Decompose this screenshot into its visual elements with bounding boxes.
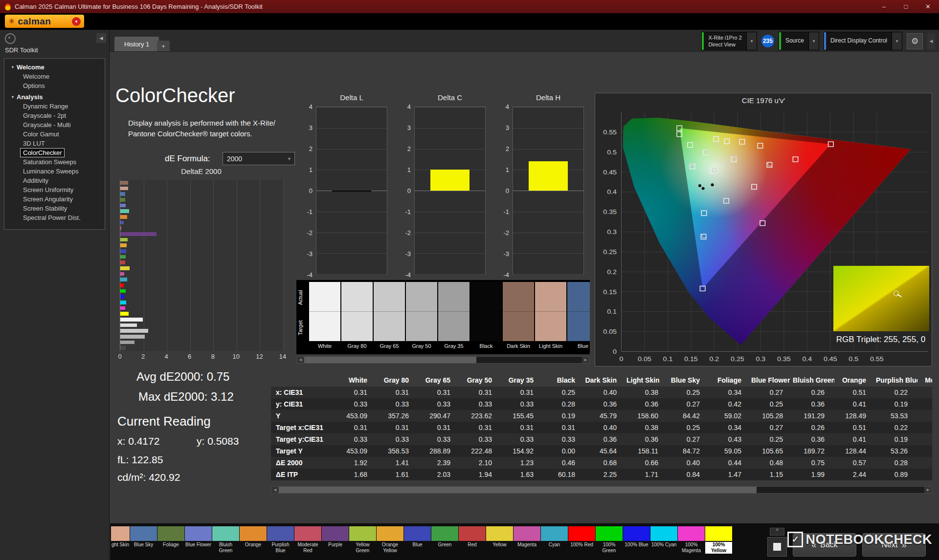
- sidebar-item-welcome[interactable]: Welcome: [4, 72, 105, 81]
- deltae-bar-yellow-green: [120, 238, 128, 241]
- close-button[interactable]: ✕: [917, 0, 939, 13]
- pattern-window-button[interactable]: [767, 537, 787, 557]
- sidebar-item-screen-stability[interactable]: Screen Stability: [4, 204, 105, 213]
- current-reading-y: y: 0.5083: [197, 435, 239, 447]
- svg-text:0.5: 0.5: [849, 355, 858, 363]
- axis-tick-label: 0: [309, 187, 313, 194]
- scroll-left-icon[interactable]: ◄: [297, 357, 304, 363]
- scrollbar-thumb[interactable]: [304, 357, 476, 363]
- patch-button-100-cyan[interactable]: 100% Cyan: [650, 523, 677, 554]
- deltae-bar-100-cyan: [120, 301, 126, 304]
- target-swatch: [567, 311, 590, 341]
- swatch-strip-scrollbar[interactable]: ◄ ►: [296, 356, 590, 364]
- patch-button-blue-flower[interactable]: Blue Flower: [185, 523, 212, 554]
- scrollbar-thumb[interactable]: [279, 487, 757, 493]
- minimize-button[interactable]: –: [873, 0, 895, 13]
- cell: 59.02: [710, 410, 751, 422]
- sidebar-item-grayscale-multi[interactable]: Grayscale - Multi: [4, 120, 105, 129]
- cell: 128.49: [834, 410, 876, 422]
- scroll-left-icon[interactable]: ◄: [271, 487, 279, 493]
- patch-button-cyan[interactable]: Cyan: [541, 523, 568, 554]
- sidebar-item-screen-angularity[interactable]: Screen Angularity: [4, 194, 105, 204]
- sidebar-item-label: Grayscale - Multi: [21, 121, 73, 129]
- gridline: [316, 233, 387, 233]
- tab-history-1[interactable]: History 1: [114, 37, 159, 51]
- delta-h-chart: Delta H 43210-1-2-3-4: [501, 107, 584, 275]
- patch-button-foliage[interactable]: Foliage: [157, 523, 184, 554]
- patch-button-100-yellow[interactable]: 100% Yellow: [705, 523, 732, 554]
- maximize-button[interactable]: □: [895, 0, 917, 13]
- sidebar-item-3d-lut[interactable]: 3D LUT: [4, 139, 105, 148]
- scroll-right-icon[interactable]: ►: [582, 357, 589, 363]
- meter-dropdown[interactable]: X-Rite i1Pro 2 Direct View ▾: [701, 32, 757, 50]
- sidebar-item-spectral-power-dist[interactable]: Spectral Power Dist.: [4, 213, 105, 222]
- sidebar-item-options[interactable]: Options: [4, 81, 105, 90]
- scroll-right-icon[interactable]: ►: [924, 487, 932, 493]
- tree-section-analysis[interactable]: ▾Analysis: [4, 90, 105, 102]
- column-header-dark-skin: Dark Skin: [585, 374, 626, 387]
- patch-button-bluish-green[interactable]: Bluish Green: [212, 523, 239, 554]
- scrollbar-track[interactable]: [304, 357, 582, 363]
- add-tab-button[interactable]: +: [157, 41, 170, 51]
- patch-button-green[interactable]: Green: [431, 523, 458, 554]
- sidebar-item-colorchecker[interactable]: ColorChecker: [4, 148, 105, 157]
- sidebar-item-color-gamut[interactable]: Color Gamut: [4, 129, 105, 139]
- tree-section-welcome[interactable]: ▾Welcome: [4, 61, 105, 72]
- swatch-column-light-skin: Light Skin: [535, 282, 566, 354]
- cell: 0.00: [543, 445, 585, 457]
- watermark-text: NOTEBOOKCHECK: [805, 532, 932, 547]
- scrollbar-track[interactable]: [279, 487, 924, 493]
- patch-button-magenta[interactable]: Magenta: [514, 523, 540, 554]
- patch-button-orange-yellow[interactable]: Orange Yellow: [377, 523, 403, 554]
- cell: 0.19: [876, 398, 917, 410]
- patch-button-purple[interactable]: Purple: [322, 523, 349, 554]
- patch-button-blue-sky[interactable]: Blue Sky: [130, 523, 157, 554]
- calman-logo-menu[interactable]: ✳ calman ▾: [5, 15, 84, 28]
- sidebar-item-luminance-sweeps[interactable]: Luminance Sweeps: [4, 167, 105, 176]
- patch-button-yellow[interactable]: Yellow: [486, 523, 513, 554]
- collapse-panel-icon[interactable]: ◀: [927, 33, 935, 49]
- sidebar-item-screen-uniformity[interactable]: Screen Uniformity: [4, 185, 105, 194]
- deltae-bar-light-skin: [120, 187, 128, 190]
- cell: 0.36: [626, 433, 668, 445]
- deltae-bar-moderate-red: [120, 226, 121, 230]
- patch-button-orange[interactable]: Orange: [240, 523, 267, 554]
- source-dropdown[interactable]: Source ▾: [779, 32, 819, 50]
- sidebar-item-saturation-sweeps[interactable]: Saturation Sweeps: [4, 157, 105, 167]
- patch-label: 100% Green: [596, 542, 623, 554]
- cell: 0.40: [585, 422, 626, 433]
- collapse-bar-button[interactable]: ^: [770, 528, 784, 536]
- cell: 357.26: [377, 410, 419, 422]
- cell: 0.75: [793, 457, 834, 469]
- cell: 288.89: [419, 445, 460, 457]
- patch-button-purplish-blue[interactable]: Purplish Blue: [267, 523, 294, 554]
- gear-icon[interactable]: ⚙: [907, 33, 923, 49]
- patch-button-blue[interactable]: Blue: [404, 523, 431, 554]
- patch-button-moderate-red[interactable]: Moderate Red: [294, 523, 321, 554]
- patch-button-100-blue[interactable]: 100% Blue: [623, 523, 650, 554]
- cell: 0.33: [419, 398, 460, 410]
- gridline: [513, 191, 583, 191]
- patch-button-100-magenta[interactable]: 100% Magenta: [678, 523, 705, 554]
- patch-button-100-red[interactable]: 100% Red: [568, 523, 595, 554]
- logo-dropdown-icon[interactable]: ▾: [72, 17, 81, 26]
- sidebar-item-additivity[interactable]: Additivity: [4, 176, 105, 185]
- sidebar-item-dynamic-range[interactable]: Dynamic Range: [4, 102, 105, 111]
- table-scrollbar[interactable]: ◄ ►: [271, 486, 932, 494]
- row-label: ΔE 2000: [271, 457, 335, 469]
- display-control-dropdown[interactable]: Direct Display Control ▾: [824, 32, 902, 50]
- patch-button-ght-skin[interactable]: ght Skin: [111, 523, 130, 554]
- chevron-down-icon[interactable]: ▾: [808, 32, 819, 50]
- patch-button-yellow-green[interactable]: Yellow Green: [349, 523, 376, 554]
- de-formula-select[interactable]: 2000 ▾: [223, 152, 295, 165]
- svg-text:0: 0: [620, 355, 624, 363]
- workflow-home-button[interactable]: [5, 33, 16, 44]
- chevron-down-icon[interactable]: ▾: [746, 32, 757, 50]
- patch-button-red[interactable]: Red: [459, 523, 486, 554]
- chevron-down-icon[interactable]: ▾: [892, 32, 902, 50]
- target-swatch: [438, 311, 470, 341]
- patch-button-100-green[interactable]: 100% Green: [596, 523, 623, 554]
- sidebar-item-grayscale-2pt[interactable]: Grayscale - 2pt: [4, 111, 105, 120]
- sidebar-collapse-icon[interactable]: ◀: [96, 33, 106, 43]
- cell: 222.48: [460, 445, 502, 457]
